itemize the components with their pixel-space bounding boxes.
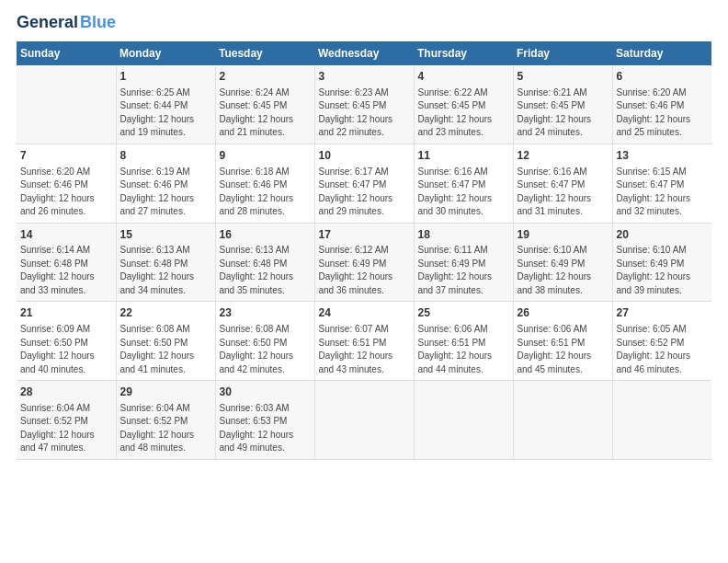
calendar-cell: 17Sunrise: 6:12 AM Sunset: 6:49 PM Dayli… (314, 223, 414, 302)
week-row-5: 28Sunrise: 6:04 AM Sunset: 6:52 PM Dayli… (17, 381, 711, 460)
calendar-cell (314, 381, 414, 460)
calendar-cell (17, 65, 116, 144)
col-header-monday: Monday (116, 41, 215, 65)
calendar-cell: 24Sunrise: 6:07 AM Sunset: 6:51 PM Dayli… (314, 302, 414, 381)
col-header-tuesday: Tuesday (215, 41, 314, 65)
day-number: 23 (220, 305, 311, 321)
day-number: 27 (617, 305, 709, 321)
day-number: 25 (418, 305, 509, 321)
logo: General General Blue (17, 17, 116, 32)
day-info: Sunrise: 6:07 AM Sunset: 6:51 PM Dayligh… (319, 323, 410, 376)
week-row-4: 21Sunrise: 6:09 AM Sunset: 6:50 PM Dayli… (17, 302, 711, 381)
logo-general-label: General (17, 13, 78, 32)
day-info: Sunrise: 6:06 AM Sunset: 6:51 PM Dayligh… (418, 323, 509, 376)
calendar-cell: 19Sunrise: 6:10 AM Sunset: 6:49 PM Dayli… (513, 223, 612, 302)
calendar-cell: 22Sunrise: 6:08 AM Sunset: 6:50 PM Dayli… (116, 302, 215, 381)
day-number: 3 (319, 69, 410, 85)
calendar-cell (414, 381, 513, 460)
calendar-cell: 15Sunrise: 6:13 AM Sunset: 6:48 PM Dayli… (116, 223, 215, 302)
calendar-cell: 16Sunrise: 6:13 AM Sunset: 6:48 PM Dayli… (215, 223, 314, 302)
day-info: Sunrise: 6:21 AM Sunset: 6:45 PM Dayligh… (518, 86, 609, 140)
day-info: Sunrise: 6:14 AM Sunset: 6:48 PM Dayligh… (20, 244, 112, 297)
day-number: 8 (120, 148, 211, 164)
day-number: 28 (20, 385, 112, 400)
calendar-cell: 3Sunrise: 6:23 AM Sunset: 6:45 PM Daylig… (314, 65, 414, 144)
day-number: 22 (120, 305, 211, 321)
calendar-cell: 26Sunrise: 6:06 AM Sunset: 6:51 PM Dayli… (513, 302, 612, 381)
day-number: 21 (20, 305, 112, 321)
day-number: 4 (418, 69, 509, 85)
calendar-cell (513, 381, 612, 460)
calendar-cell: 5Sunrise: 6:21 AM Sunset: 6:45 PM Daylig… (513, 65, 612, 144)
day-info: Sunrise: 6:13 AM Sunset: 6:48 PM Dayligh… (120, 244, 211, 297)
week-row-2: 7Sunrise: 6:20 AM Sunset: 6:46 PM Daylig… (17, 144, 711, 223)
header: General General Blue (17, 17, 711, 32)
logo-blue-label: Blue (80, 13, 116, 32)
calendar-cell: 1Sunrise: 6:25 AM Sunset: 6:44 PM Daylig… (116, 65, 215, 144)
calendar-cell: 23Sunrise: 6:08 AM Sunset: 6:50 PM Dayli… (215, 302, 314, 381)
calendar-cell: 8Sunrise: 6:19 AM Sunset: 6:46 PM Daylig… (116, 144, 215, 223)
day-info: Sunrise: 6:11 AM Sunset: 6:49 PM Dayligh… (418, 244, 509, 297)
day-number: 5 (518, 69, 609, 85)
calendar-cell: 28Sunrise: 6:04 AM Sunset: 6:52 PM Dayli… (17, 381, 116, 460)
day-number: 7 (20, 148, 112, 164)
day-number: 18 (418, 227, 509, 243)
day-number: 13 (617, 148, 709, 164)
calendar-cell: 2Sunrise: 6:24 AM Sunset: 6:45 PM Daylig… (215, 65, 314, 144)
day-number: 16 (220, 227, 311, 243)
day-info: Sunrise: 6:04 AM Sunset: 6:52 PM Dayligh… (20, 402, 112, 455)
day-info: Sunrise: 6:03 AM Sunset: 6:53 PM Dayligh… (220, 402, 311, 455)
day-info: Sunrise: 6:17 AM Sunset: 6:47 PM Dayligh… (319, 166, 410, 219)
day-info: Sunrise: 6:16 AM Sunset: 6:47 PM Dayligh… (418, 166, 509, 219)
day-number: 24 (319, 305, 410, 321)
header-row: SundayMondayTuesdayWednesdayThursdayFrid… (17, 41, 711, 65)
day-info: Sunrise: 6:22 AM Sunset: 6:45 PM Dayligh… (418, 86, 509, 140)
col-header-friday: Friday (513, 41, 612, 65)
calendar-cell: 9Sunrise: 6:18 AM Sunset: 6:46 PM Daylig… (215, 144, 314, 223)
day-number: 6 (617, 69, 709, 85)
day-number: 29 (120, 385, 211, 400)
calendar-table: SundayMondayTuesdayWednesdayThursdayFrid… (17, 41, 711, 460)
calendar-cell: 21Sunrise: 6:09 AM Sunset: 6:50 PM Dayli… (17, 302, 116, 381)
day-number: 14 (20, 227, 112, 243)
calendar-cell: 12Sunrise: 6:16 AM Sunset: 6:47 PM Dayli… (513, 144, 612, 223)
calendar-cell: 20Sunrise: 6:10 AM Sunset: 6:49 PM Dayli… (612, 223, 711, 302)
calendar-cell: 7Sunrise: 6:20 AM Sunset: 6:46 PM Daylig… (17, 144, 116, 223)
day-info: Sunrise: 6:09 AM Sunset: 6:50 PM Dayligh… (20, 323, 112, 376)
day-number: 30 (220, 385, 311, 400)
day-info: Sunrise: 6:10 AM Sunset: 6:49 PM Dayligh… (617, 244, 709, 297)
day-info: Sunrise: 6:04 AM Sunset: 6:52 PM Dayligh… (120, 402, 211, 455)
day-info: Sunrise: 6:24 AM Sunset: 6:45 PM Dayligh… (220, 86, 311, 140)
col-header-wednesday: Wednesday (314, 41, 414, 65)
calendar-cell: 11Sunrise: 6:16 AM Sunset: 6:47 PM Dayli… (414, 144, 513, 223)
day-info: Sunrise: 6:05 AM Sunset: 6:52 PM Dayligh… (617, 323, 709, 376)
day-info: Sunrise: 6:18 AM Sunset: 6:46 PM Dayligh… (220, 166, 311, 219)
week-row-1: 1Sunrise: 6:25 AM Sunset: 6:44 PM Daylig… (17, 65, 711, 144)
day-number: 19 (518, 227, 609, 243)
calendar-cell: 14Sunrise: 6:14 AM Sunset: 6:48 PM Dayli… (17, 223, 116, 302)
day-number: 11 (418, 148, 509, 164)
day-number: 9 (220, 148, 311, 164)
day-number: 15 (120, 227, 211, 243)
col-header-sunday: Sunday (17, 41, 116, 65)
calendar-cell: 10Sunrise: 6:17 AM Sunset: 6:47 PM Dayli… (314, 144, 414, 223)
week-row-3: 14Sunrise: 6:14 AM Sunset: 6:48 PM Dayli… (17, 223, 711, 302)
day-number: 26 (518, 305, 609, 321)
calendar-cell: 27Sunrise: 6:05 AM Sunset: 6:52 PM Dayli… (612, 302, 711, 381)
day-number: 20 (617, 227, 709, 243)
day-number: 2 (220, 69, 311, 85)
day-info: Sunrise: 6:16 AM Sunset: 6:47 PM Dayligh… (518, 166, 609, 219)
calendar-cell: 29Sunrise: 6:04 AM Sunset: 6:52 PM Dayli… (116, 381, 215, 460)
calendar-cell: 13Sunrise: 6:15 AM Sunset: 6:47 PM Dayli… (612, 144, 711, 223)
day-info: Sunrise: 6:08 AM Sunset: 6:50 PM Dayligh… (120, 323, 211, 376)
day-number: 12 (518, 148, 609, 164)
day-info: Sunrise: 6:20 AM Sunset: 6:46 PM Dayligh… (20, 166, 112, 219)
calendar-cell: 6Sunrise: 6:20 AM Sunset: 6:46 PM Daylig… (612, 65, 711, 144)
calendar-cell: 30Sunrise: 6:03 AM Sunset: 6:53 PM Dayli… (215, 381, 314, 460)
col-header-saturday: Saturday (612, 41, 711, 65)
day-info: Sunrise: 6:12 AM Sunset: 6:49 PM Dayligh… (319, 244, 410, 297)
calendar-cell: 4Sunrise: 6:22 AM Sunset: 6:45 PM Daylig… (414, 65, 513, 144)
calendar-cell: 25Sunrise: 6:06 AM Sunset: 6:51 PM Dayli… (414, 302, 513, 381)
day-number: 1 (120, 69, 211, 85)
day-info: Sunrise: 6:15 AM Sunset: 6:47 PM Dayligh… (617, 166, 709, 219)
